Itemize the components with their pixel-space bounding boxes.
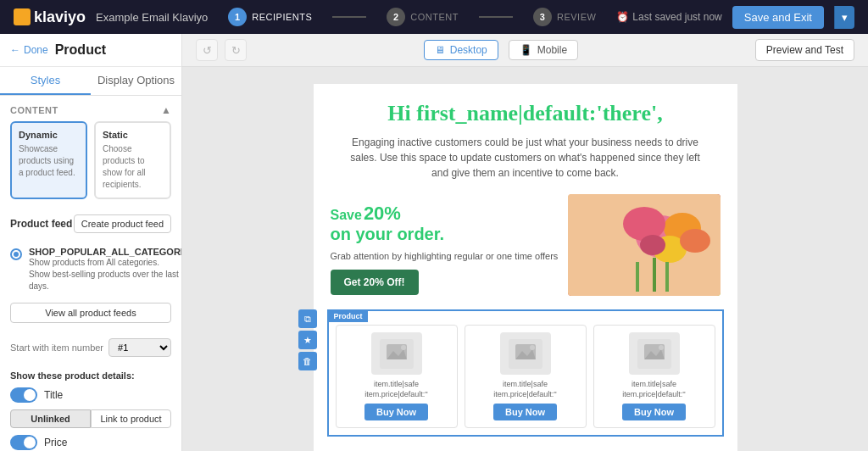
step-circle-2: 2 [387, 8, 405, 26]
price-toggle-row: Price [10, 435, 171, 450]
mobile-tab[interactable]: 📱 Mobile [509, 40, 578, 60]
panel-title: Product [55, 42, 106, 58]
dynamic-desc: Showcase products using a product feed. [19, 143, 79, 179]
toolbar-left: ↺ ↻ [196, 39, 247, 61]
item-num-inner: Start with item number #1 [10, 338, 171, 357]
offer-image [568, 194, 721, 296]
delete-section-button[interactable]: 🗑 [298, 352, 317, 370]
offer-pct: 20% [364, 203, 401, 225]
save-label: Save [331, 208, 362, 223]
link-to-product-button[interactable]: Link to product [91, 409, 171, 428]
step-content[interactable]: 2 CONTENT [387, 8, 459, 26]
clock-icon: ⏰ [616, 11, 629, 23]
step-label-2: CONTENT [410, 12, 459, 22]
save-exit-caret[interactable]: ▾ [834, 6, 854, 29]
product-img-icon-2 [509, 339, 542, 369]
start-item-label: Start with item number [10, 342, 103, 353]
buy-now-button-3[interactable]: Buy Now [622, 404, 686, 420]
buy-now-button-2[interactable]: Buy Now [493, 404, 557, 420]
email-body: Hi first_name|default:'there', Engaging … [314, 84, 737, 451]
undo-button[interactable]: ↺ [196, 39, 218, 61]
buy-now-button-1[interactable]: Buy Now [364, 404, 428, 420]
last-saved-text: Last saved just now [632, 11, 721, 23]
email-greeting: Hi first_name|default:'there', [331, 101, 721, 126]
desktop-tab[interactable]: 🖥 Desktop [424, 40, 498, 60]
title-label: Title [44, 389, 63, 401]
product-badge: Product [329, 310, 368, 322]
svg-point-18 [530, 345, 535, 350]
product-section-wrapper: Product [320, 309, 731, 437]
svg-rect-10 [568, 194, 721, 296]
nav-right: ⏰ Last saved just now Save and Exit ▾ [616, 6, 854, 29]
step-review[interactable]: 3 REVIEW [533, 8, 596, 26]
tab-display-options[interactable]: Display Options [91, 67, 181, 95]
back-link[interactable]: ← Done [10, 44, 48, 56]
product-img-icon-3 [637, 339, 671, 369]
step-line-2 [479, 16, 513, 18]
title-toggle[interactable] [10, 387, 37, 403]
product-img-1 [371, 332, 422, 375]
show-details: Show these product details: Title Unlink… [0, 364, 181, 451]
klaviyo-logo: klaviyo [14, 8, 86, 26]
desktop-label: Desktop [450, 44, 487, 56]
product-item-1: item.title|safe item.price|default:'' Bu… [336, 325, 458, 428]
offer-percent-row: Save 20% [331, 203, 559, 225]
title-toggle-row: Title [10, 387, 171, 403]
panel-tabs: Styles Display Options [0, 67, 181, 96]
static-desc: Choose products to show for all recipien… [103, 143, 163, 191]
main-layout: ← Done Product Styles Display Options CO… [0, 34, 868, 451]
product-title-3: item.title|safe [601, 380, 708, 388]
dynamic-label: Dynamic [19, 130, 79, 140]
show-details-label: Show these product details: [10, 370, 171, 381]
email-subtext: Engaging inactive customers could be jus… [314, 135, 737, 194]
content-cards: Dynamic Showcase products using a produc… [0, 121, 181, 208]
mobile-label: Mobile [537, 44, 567, 56]
product-price-1: item.price|default:'' [343, 390, 450, 398]
content-card-static[interactable]: Static Choose products to show for all r… [94, 121, 171, 199]
back-label: Done [24, 44, 48, 56]
desktop-icon: 🖥 [435, 44, 445, 56]
static-label: Static [103, 130, 163, 140]
create-product-feed-button[interactable]: Create product feed [74, 214, 171, 233]
price-toggle-knob [24, 437, 36, 448]
step-recipients[interactable]: 1 RECIPIENTS [228, 8, 312, 26]
save-exit-button[interactable]: Save and Exit [732, 6, 824, 29]
step-label-3: REVIEW [557, 12, 596, 22]
logo-text: klaviyo [34, 8, 86, 26]
star-section-button[interactable]: ★ [298, 331, 317, 349]
product-item-2: item.title|safe item.price|default:'' Bu… [465, 325, 587, 428]
price-toggle[interactable] [10, 435, 37, 450]
feed-option-text: SHOP_POPULAR_ALL_CATEGORIES Show product… [29, 247, 182, 292]
product-img-2 [500, 332, 551, 375]
feed-option-row: SHOP_POPULAR_ALL_CATEGORIES Show product… [10, 247, 171, 292]
product-grid: item.title|safe item.price|default:'' Bu… [329, 311, 722, 435]
offer-text: Save 20% on your order. Grab attention b… [331, 194, 559, 296]
view-all-feeds-button[interactable]: View all product feeds [10, 303, 171, 323]
product-title-2: item.title|safe [472, 380, 579, 388]
view-tabs: 🖥 Desktop 📱 Mobile [424, 40, 578, 60]
step-line-1 [332, 16, 366, 18]
start-item-select[interactable]: #1 [108, 338, 171, 357]
product-img-3 [629, 332, 680, 375]
copy-section-button[interactable]: ⧉ [298, 309, 317, 328]
redo-button[interactable]: ↻ [225, 39, 247, 61]
side-actions: ⧉ ★ 🗑 [298, 309, 317, 370]
back-arrow-icon: ← [10, 44, 20, 56]
step-circle-1: 1 [228, 8, 247, 26]
step-circle-3: 3 [533, 8, 552, 26]
tab-styles[interactable]: Styles [0, 67, 91, 95]
offer-cta-button[interactable]: Get 20% Off! [331, 270, 419, 295]
unlinked-button[interactable]: Unlinked [10, 409, 91, 428]
feed-name: SHOP_POPULAR_ALL_CATEGORIES [29, 247, 182, 257]
nav-steps: 1 RECIPIENTS 2 CONTENT 3 REVIEW [228, 8, 596, 26]
content-card-dynamic[interactable]: Dynamic Showcase products using a produc… [10, 121, 87, 199]
content-section-header: CONTENT ▲ [0, 96, 181, 121]
content-toggle-icon[interactable]: ▲ [161, 104, 171, 116]
product-img-icon-1 [380, 339, 414, 369]
feed-radio[interactable] [10, 248, 22, 260]
top-nav: klaviyo Example Email Klaviyo 1 RECIPIEN… [0, 0, 868, 34]
preview-test-button[interactable]: Preview and Test [755, 39, 854, 61]
offer-label: on your order. [331, 225, 559, 243]
product-item-3: item.title|safe item.price|default:'' Bu… [593, 325, 715, 428]
feed-option: SHOP_POPULAR_ALL_CATEGORIES Show product… [0, 240, 181, 299]
